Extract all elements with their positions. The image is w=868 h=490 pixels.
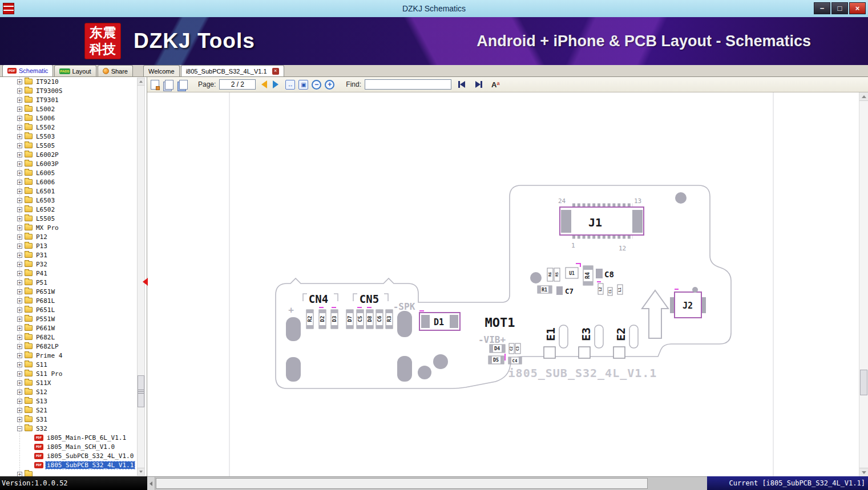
expand-icon[interactable]: + [17, 171, 22, 176]
expand-icon[interactable]: + [17, 88, 22, 94]
expand-icon[interactable]: + [17, 152, 22, 157]
tree-folder-l6005[interactable]: +L6005 [0, 168, 136, 177]
scroll-left-icon[interactable] [147, 477, 155, 490]
tree-folder-mx-pro[interactable]: +MX Pro [0, 223, 136, 232]
zoom-out-icon[interactable]: − [312, 80, 321, 90]
tree-folder-s32[interactable]: −S32 [0, 424, 136, 433]
scroll-down-icon[interactable] [859, 468, 868, 476]
expand-icon[interactable]: + [17, 125, 22, 130]
tree-folder-p12[interactable]: +P12 [0, 232, 136, 241]
find-input[interactable] [365, 79, 451, 90]
tree-folder-s11x[interactable]: +S11X [0, 378, 136, 387]
tree-folder-it9210[interactable]: +IT9210 [0, 77, 136, 86]
expand-icon[interactable]: + [17, 116, 22, 121]
tree-folder-s11-pro[interactable]: +S11 Pro [0, 369, 136, 378]
tree-folder-s21[interactable]: +S21 [0, 406, 136, 415]
expand-icon[interactable]: + [17, 289, 22, 294]
expand-icon[interactable]: + [17, 79, 22, 84]
expand-icon[interactable]: + [17, 225, 22, 230]
expand-icon[interactable]: + [17, 335, 22, 340]
snapshot-icon[interactable] [179, 80, 188, 90]
tree-folder-prime-4[interactable]: +Prime 4 [0, 351, 136, 360]
expand-icon[interactable]: + [17, 234, 22, 240]
expand-icon[interactable]: + [17, 317, 22, 322]
next-page-icon[interactable] [273, 80, 278, 88]
tree-folder-l6003p[interactable]: +L6003P [0, 159, 136, 168]
tree-folder-l5006[interactable]: +L5006 [0, 114, 136, 123]
tree-folder-p51[interactable]: +P51 [0, 278, 136, 287]
tree-folder-p551w[interactable]: +P551W [0, 314, 136, 323]
tree-folder-l5505[interactable]: +L5505 [0, 141, 136, 150]
expand-icon[interactable]: + [17, 180, 22, 185]
expand-icon[interactable]: + [17, 344, 22, 349]
tree-scroll-thumb[interactable] [138, 375, 144, 407]
tree-folder-l6502[interactable]: +L6502 [0, 205, 136, 214]
tree-file[interactable]: PDFi805_SubPCB_S32_4L_V1.0 [0, 451, 136, 460]
splitter-collapse-arrow[interactable] [143, 278, 148, 286]
expand-icon[interactable]: + [17, 271, 22, 276]
copy-page-icon[interactable] [165, 80, 173, 90]
expand-icon[interactable]: + [17, 417, 22, 422]
tree-folder-it9300s[interactable]: +IT9300S [0, 86, 136, 95]
expand-icon[interactable]: + [17, 353, 22, 358]
tree-folder-p661w[interactable]: +P661W [0, 323, 136, 333]
scroll-up-icon[interactable] [138, 78, 144, 86]
tree-scrollbar[interactable] [137, 78, 145, 476]
expand-icon[interactable]: + [17, 161, 22, 167]
tree-folder-s12[interactable]: +S12 [0, 387, 136, 396]
expand-icon[interactable]: + [17, 98, 22, 103]
close-button[interactable]: × [849, 2, 866, 14]
pdf-canvas[interactable]: J1 24 13 1 12 CN4 CN5 [147, 92, 868, 476]
tree-folder-l5503[interactable]: +L5503 [0, 132, 136, 141]
fit-width-icon[interactable]: ↔ [285, 80, 295, 90]
tree-file[interactable]: PDFi805_Main_SCH_V1.0 [0, 442, 136, 451]
tree-folder-s11[interactable]: +S11 [0, 360, 136, 369]
canvas-vscrollbar[interactable] [859, 92, 868, 476]
tree-folder-l6006[interactable]: +L6006 [0, 177, 136, 187]
fit-page-icon[interactable]: ▣ [298, 80, 308, 90]
tab-schematic[interactable]: PDF Schematic [2, 64, 53, 76]
expand-icon[interactable]: + [17, 107, 22, 112]
tree-folder-p32[interactable]: +P32 [0, 260, 136, 269]
maximize-button[interactable]: □ [831, 2, 848, 14]
expand-icon[interactable]: + [17, 253, 22, 258]
expand-icon[interactable]: + [17, 390, 22, 395]
tree-folder-p682l[interactable]: +P682L [0, 333, 136, 342]
tree-folder-p651w[interactable]: +P651W [0, 287, 136, 296]
tab-layout[interactable]: PADS Layout [54, 65, 96, 76]
zoom-in-icon[interactable]: + [325, 80, 334, 90]
collapse-icon[interactable]: − [17, 426, 22, 431]
tree-folder-l5505[interactable]: +L5505 [0, 214, 136, 223]
expand-icon[interactable]: + [17, 399, 22, 404]
canvas-hscroll-thumb[interactable] [156, 478, 648, 489]
tree-file-selected[interactable]: PDFi805_SubPCB_S32_4L_V1.1 [0, 460, 136, 469]
tree-folder-s13[interactable]: +S13 [0, 396, 136, 406]
tree-folder-l6503[interactable]: +L6503 [0, 196, 136, 205]
tab-document-active[interactable]: i805_SubPCB_S32_4L_V1.1 × [181, 65, 284, 76]
expand-icon[interactable]: + [17, 280, 22, 285]
page-view-icon[interactable] [151, 80, 159, 90]
scroll-up-icon[interactable] [859, 92, 868, 101]
expand-icon[interactable]: + [17, 298, 22, 303]
tree-folder-p41[interactable]: +P41 [0, 269, 136, 278]
tree-folder-l6002p[interactable]: +L6002P [0, 150, 136, 159]
prev-page-icon[interactable] [261, 80, 267, 88]
canvas-vscroll-thumb[interactable] [860, 370, 867, 395]
expand-icon[interactable]: + [17, 408, 22, 413]
expand-icon[interactable]: + [17, 143, 22, 148]
expand-icon[interactable]: + [17, 326, 22, 331]
minimize-button[interactable]: − [814, 2, 830, 14]
tree-file[interactable]: PDFi805_Main-PCB_6L_V1.1 [0, 433, 136, 442]
expand-icon[interactable]: + [17, 189, 22, 194]
tree-folder-p13[interactable]: +P13 [0, 241, 136, 250]
tree-folder-l5002[interactable]: +L5002 [0, 104, 136, 114]
find-next-icon[interactable] [473, 80, 483, 88]
tab-welcome[interactable]: Welcome [143, 65, 180, 76]
tab-share[interactable]: Share [98, 65, 133, 76]
scroll-down-icon[interactable] [138, 468, 144, 475]
expand-icon[interactable]: + [17, 380, 22, 386]
text-select-icon[interactable]: Aa [491, 81, 499, 88]
tree-folder-it9301[interactable]: +IT9301 [0, 95, 136, 104]
tree-folder-partial[interactable]: + [0, 469, 136, 476]
expand-icon[interactable]: + [17, 371, 22, 376]
